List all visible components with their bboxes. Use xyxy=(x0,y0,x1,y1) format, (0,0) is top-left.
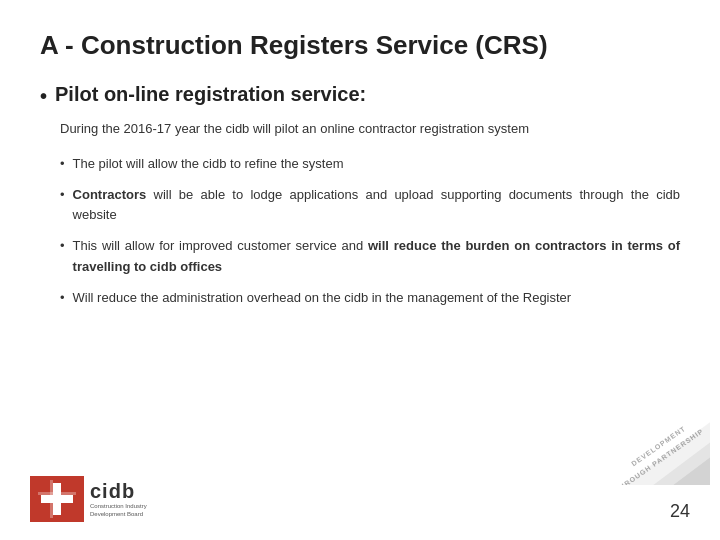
sub-bullet-dot-4: • xyxy=(60,288,65,309)
main-bullet-dot: • xyxy=(40,83,47,109)
logo-cidb-text: cidb xyxy=(90,480,180,503)
sub-bullet-4: • Will reduce the administration overhea… xyxy=(60,288,680,309)
logo-subtitle-text: Construction Industry Development Board xyxy=(90,503,180,519)
sub-bullet-3: • This will allow for improved customer … xyxy=(60,236,680,278)
deco-svg: DEVELOPMENT THROUGH PARTNERSHIP xyxy=(550,355,710,485)
logo-box xyxy=(30,476,84,522)
logo-cross-svg xyxy=(37,479,77,519)
sub-bullet-dot-2: • xyxy=(60,185,65,206)
main-bullet-text: Pilot on-line registration service: xyxy=(55,83,366,106)
sub-bullet-dot-1: • xyxy=(60,154,65,175)
sub-bullet-text-2: Contractors will be able to lodge applic… xyxy=(73,185,680,227)
svg-rect-6 xyxy=(41,495,73,503)
sub-bullet-1: • The pilot will allow the cidb to refin… xyxy=(60,154,680,175)
sub-bullet-dot-3: • xyxy=(60,236,65,257)
cidb-logo: cidb Construction Industry Development B… xyxy=(30,476,180,522)
sub-bullet-text-4: Will reduce the administration overhead … xyxy=(73,288,572,309)
decorative-watermark: DEVELOPMENT THROUGH PARTNERSHIP xyxy=(550,355,710,485)
svg-rect-7 xyxy=(50,480,53,518)
page-number: 24 xyxy=(670,501,690,522)
sub-bullet-2: • Contractors will be able to lodge appl… xyxy=(60,185,680,227)
sub-bullets-container: • The pilot will allow the cidb to refin… xyxy=(60,154,680,309)
slide-title: A - Construction Registers Service (CRS) xyxy=(40,30,680,61)
sub-bullet-text-1: The pilot will allow the cidb to refine … xyxy=(73,154,344,175)
sub-bullet-text-3: This will allow for improved customer se… xyxy=(73,236,680,278)
slide: A - Construction Registers Service (CRS)… xyxy=(0,0,720,540)
svg-rect-8 xyxy=(38,492,76,495)
main-bullet: • Pilot on-line registration service: xyxy=(40,83,680,109)
intro-text: During the 2016-17 year the cidb will pi… xyxy=(60,119,680,140)
logo-text-area: cidb Construction Industry Development B… xyxy=(90,480,180,519)
